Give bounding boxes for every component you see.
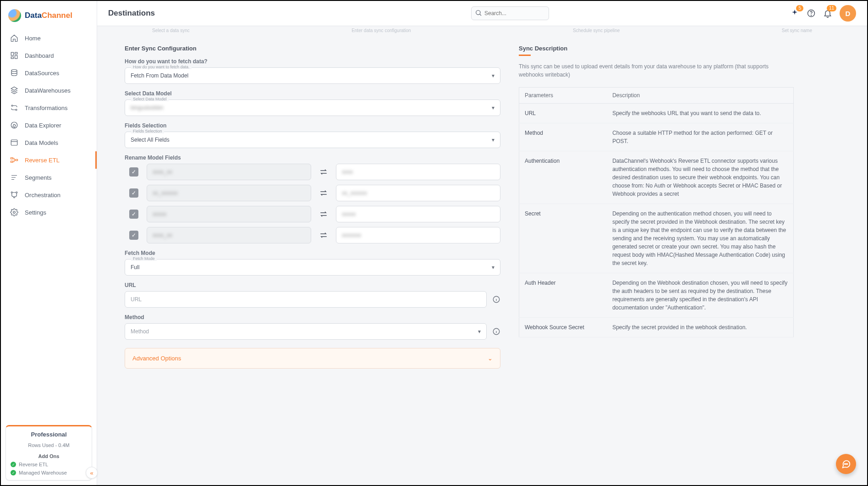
swap-icon — [319, 190, 328, 196]
source-field-input[interactable]: xxxx_xx — [147, 227, 311, 243]
dashboard-icon — [10, 51, 18, 60]
fetchmode-question: Fetch Mode — [125, 250, 500, 256]
param-desc: Choose a suitable HTTP method for the ac… — [607, 123, 793, 151]
svg-point-6 — [16, 109, 17, 110]
model-select[interactable]: bingusbobbin ▾ — [125, 99, 500, 116]
fetchmode-select[interactable]: Full ▾ — [125, 259, 500, 276]
sidebar-item-datamodels[interactable]: Data Models — [1, 134, 97, 151]
method-placeholder: Method — [131, 328, 149, 335]
chat-fab[interactable] — [836, 454, 856, 474]
sidebar-item-datawarehouses[interactable]: DataWarehouses — [1, 82, 97, 99]
svg-rect-1 — [15, 52, 17, 54]
section-title: Enter Sync Configuration — [125, 45, 500, 52]
help-button[interactable] — [807, 9, 816, 18]
url-info-icon[interactable] — [492, 295, 500, 304]
svg-point-21 — [844, 464, 845, 464]
chevron-down-icon: ▾ — [492, 72, 494, 79]
advanced-label: Advanced Options — [132, 355, 181, 362]
svg-rect-9 — [11, 158, 13, 159]
help-icon — [807, 9, 816, 18]
sidebar-item-segments[interactable]: Segments — [1, 169, 97, 186]
collapse-sidebar-button[interactable]: « — [86, 467, 98, 479]
sidebar-item-home[interactable]: Home — [1, 29, 97, 47]
logo-swirl-icon — [8, 9, 21, 22]
fields-floating-label: Fields Selection — [131, 129, 164, 133]
svg-point-4 — [11, 70, 17, 72]
dest-field-input[interactable]: xxxxx — [336, 206, 500, 222]
method-question: Method — [125, 314, 500, 320]
chevron-left-icon: « — [90, 469, 93, 476]
params-table: Parameters Description URLSpecify the we… — [519, 87, 794, 337]
svg-point-12 — [11, 192, 12, 193]
ai-sparkle-button[interactable]: 5 — [790, 9, 799, 18]
url-input[interactable]: URL — [125, 291, 487, 308]
wizard-steps: Select a data sync Enter data sync confi… — [97, 26, 867, 37]
notifications-button[interactable]: 11 — [823, 9, 832, 18]
dest-field-input[interactable]: xx_xxxxxx — [336, 185, 500, 201]
sidebar-item-transformations[interactable]: Transformations — [1, 99, 97, 116]
sync-description-panel: Sync Description This sync can be used t… — [519, 37, 794, 471]
param-name: Authentication — [519, 151, 607, 204]
field-checkbox[interactable]: ✓ — [129, 167, 138, 177]
field-checkbox[interactable]: ✓ — [129, 231, 138, 240]
source-field-input[interactable]: xxxxx — [147, 206, 311, 222]
fields-select[interactable]: Select All Fields ▾ — [125, 132, 500, 148]
chevron-down-icon: ⌄ — [488, 355, 493, 362]
step-label: Schedule sync pipeline — [573, 28, 620, 33]
search — [471, 6, 549, 20]
param-desc: Specify the secret provided in the webho… — [607, 318, 793, 337]
brand-logo[interactable]: DataChannel — [1, 1, 97, 27]
sidebar-item-label: Data Explorer — [25, 122, 61, 129]
method-info-icon[interactable] — [492, 327, 500, 336]
brand-name: DataChannel — [25, 11, 72, 20]
th-description: Description — [607, 88, 793, 104]
check-icon: ✓ — [11, 470, 16, 475]
svg-rect-8 — [11, 140, 17, 145]
field-checkbox[interactable]: ✓ — [129, 210, 138, 219]
rename-question: Rename Model Fields — [125, 155, 500, 161]
sidebar-item-reverseetl[interactable]: Reverse ETL — [1, 151, 97, 169]
rename-field-row: ✓ xxxxx xxxxx — [129, 206, 500, 222]
addon-label: Reverse ETL — [19, 462, 48, 467]
chevron-down-icon: ▾ — [492, 105, 494, 111]
source-field-input[interactable]: xx_xxxxxx — [147, 185, 311, 201]
svg-point-18 — [811, 15, 812, 16]
workflow-icon — [10, 191, 18, 199]
desc-text: This sync can be used to upload event de… — [519, 62, 794, 79]
bell-badge: 11 — [827, 5, 836, 11]
method-select[interactable]: Method ▾ — [125, 323, 487, 340]
plan-addons-title: Add Ons — [11, 453, 87, 459]
sidebar-item-orchestration[interactable]: Orchestration — [1, 186, 97, 204]
sidebar-item-dataexplorer[interactable]: Data Explorer — [1, 116, 97, 134]
dest-field-input[interactable]: xxxx — [336, 164, 500, 180]
rename-field-row: ✓ xxxx_xx xxxx — [129, 164, 500, 180]
sidebar-item-dashboard[interactable]: Dashboard — [1, 47, 97, 64]
dest-field-input[interactable]: xxxxxxx — [336, 227, 500, 243]
step-label: Set sync name — [782, 28, 812, 33]
sidebar-item-label: Data Models — [25, 139, 58, 146]
sidebar-item-label: Dashboard — [25, 52, 54, 59]
home-icon — [10, 34, 18, 42]
fetchmode-value: Full — [131, 264, 139, 271]
addon-label: Managed Warehouse — [19, 470, 67, 475]
source-field-input[interactable]: xxxx_xx — [147, 164, 311, 180]
svg-point-22 — [846, 464, 846, 464]
sidebar-item-datasources[interactable]: DataSources — [1, 64, 97, 82]
check-icon: ✓ — [11, 462, 16, 467]
param-desc: Specify the webhooks URL that you want t… — [607, 104, 793, 123]
avatar[interactable]: D — [840, 5, 856, 22]
param-name: Secret — [519, 204, 607, 273]
field-checkbox[interactable]: ✓ — [129, 188, 138, 198]
sidebar-item-label: Settings — [25, 209, 46, 216]
model-value: bingusbobbin — [131, 105, 163, 111]
sidebar-item-settings[interactable]: Settings — [1, 204, 97, 221]
advanced-options-accordion[interactable]: Advanced Options ⌄ — [125, 348, 500, 369]
chat-icon — [841, 459, 851, 469]
fetch-select[interactable]: Fetch From Data Model ▾ — [125, 67, 500, 84]
config-form: Enter Sync Configuration How do you want… — [125, 37, 500, 471]
fetchmode-floating-label: Fetch Mode — [131, 256, 157, 261]
svg-point-5 — [11, 105, 13, 106]
chevron-down-icon: ▾ — [492, 137, 494, 143]
search-input[interactable] — [471, 6, 549, 20]
sidebar-item-label: Orchestration — [25, 192, 60, 199]
